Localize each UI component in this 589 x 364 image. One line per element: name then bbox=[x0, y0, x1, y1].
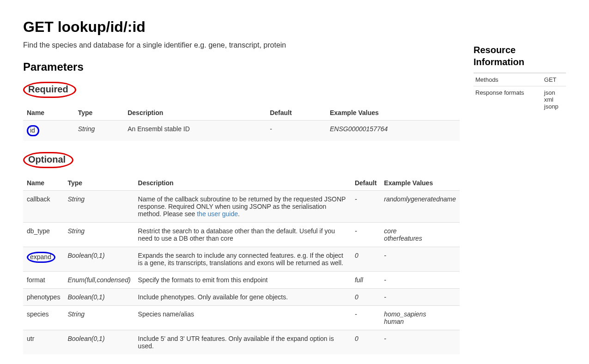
param-name-cell: species bbox=[23, 306, 64, 330]
param-example-cell: - bbox=[380, 289, 460, 306]
param-description-cell: Specify the formats to emit from this en… bbox=[134, 272, 351, 289]
param-example-cell: - bbox=[380, 330, 460, 355]
table-row: speciesStringSpecies name/alias-homo_sap… bbox=[23, 306, 460, 330]
param-name-cell: id bbox=[23, 121, 74, 141]
param-description-cell: Include 5' and 3' UTR features. Only ava… bbox=[134, 330, 351, 355]
param-description-cell: Name of the callback subroutine to be re… bbox=[134, 191, 351, 223]
resource-info-label: Response formats bbox=[474, 86, 542, 113]
table-header-cell: Default bbox=[351, 176, 380, 191]
table-header-cell: Name bbox=[23, 105, 74, 121]
resource-info-value: json xml jsonp bbox=[542, 86, 566, 113]
param-default-cell: full bbox=[351, 272, 380, 289]
resource-info-label: Methods bbox=[474, 73, 542, 86]
param-description-cell: Include phenotypes. Only available for g… bbox=[134, 289, 351, 306]
param-default-cell: 0 bbox=[351, 289, 380, 306]
resource-info-row: Response formatsjson xml jsonp bbox=[474, 86, 566, 113]
table-header-cell: Type bbox=[64, 176, 134, 191]
optional-heading: Optional bbox=[23, 152, 73, 168]
param-example-cell: core otherfeatures bbox=[380, 223, 460, 247]
param-default-cell: 0 bbox=[351, 330, 380, 355]
parameters-heading: Parameters bbox=[23, 61, 460, 73]
param-default-cell: 0 bbox=[351, 247, 380, 272]
page-subtitle: Find the species and database for a sing… bbox=[23, 41, 460, 49]
resource-info-table: MethodsGETResponse formatsjson xml jsonp bbox=[474, 73, 566, 113]
param-name-cell: db_type bbox=[23, 223, 64, 247]
param-example-cell: ENSG00000157764 bbox=[326, 121, 460, 141]
param-type-cell: String bbox=[64, 223, 134, 247]
param-type-cell: String bbox=[64, 191, 134, 223]
table-header-cell: Default bbox=[266, 105, 326, 121]
table-header-cell: Type bbox=[74, 105, 124, 121]
page-title: GET lookup/id/:id bbox=[23, 18, 460, 36]
param-example-cell: - bbox=[380, 247, 460, 272]
table-header-cell: Description bbox=[134, 176, 351, 191]
required-heading: Required bbox=[23, 82, 76, 98]
resource-info-value: GET bbox=[542, 73, 566, 86]
param-name-cell: utr bbox=[23, 330, 64, 355]
table-row: utrBoolean(0,1)Include 5' and 3' UTR fea… bbox=[23, 330, 460, 355]
resource-info-row: MethodsGET bbox=[474, 73, 566, 86]
table-row: callbackStringName of the callback subro… bbox=[23, 191, 460, 223]
param-name-cell: callback bbox=[23, 191, 64, 223]
param-description-cell: Restrict the search to a database other … bbox=[134, 223, 351, 247]
table-row: formatEnum(full,condensed)Specify the fo… bbox=[23, 272, 460, 289]
required-table: NameTypeDescriptionDefaultExample Values… bbox=[23, 105, 460, 141]
param-type-cell: String bbox=[74, 121, 124, 141]
param-default-cell: - bbox=[351, 306, 380, 330]
param-example-cell: homo_sapiens human bbox=[380, 306, 460, 330]
table-header-cell: Example Values bbox=[380, 176, 460, 191]
param-default-cell: - bbox=[266, 121, 326, 141]
param-description-cell: Species name/alias bbox=[134, 306, 351, 330]
param-example-cell: randomlygeneratedname bbox=[380, 191, 460, 223]
table-row: db_typeStringRestrict the search to a da… bbox=[23, 223, 460, 247]
param-name-cell: phenotypes bbox=[23, 289, 64, 306]
param-name-cell: expand bbox=[23, 247, 64, 272]
resource-info-heading: Resource Information bbox=[474, 44, 566, 68]
param-default-cell: - bbox=[351, 223, 380, 247]
optional-table: NameTypeDescriptionDefaultExample Values… bbox=[23, 176, 460, 354]
table-header-cell: Example Values bbox=[326, 105, 460, 121]
param-type-cell: Boolean(0,1) bbox=[64, 330, 134, 355]
param-type-cell: Boolean(0,1) bbox=[64, 289, 134, 306]
param-example-cell: - bbox=[380, 272, 460, 289]
user-guide-link[interactable]: the user guide bbox=[197, 210, 238, 218]
param-default-cell: - bbox=[351, 191, 380, 223]
param-type-cell: Boolean(0,1) bbox=[64, 247, 134, 272]
param-type-cell: Enum(full,condensed) bbox=[64, 272, 134, 289]
table-row: phenotypesBoolean(0,1)Include phenotypes… bbox=[23, 289, 460, 306]
table-header-cell: Description bbox=[124, 105, 266, 121]
param-description-cell: An Ensembl stable ID bbox=[124, 121, 266, 141]
table-row: expandBoolean(0,1)Expands the search to … bbox=[23, 247, 460, 272]
param-name-cell: format bbox=[23, 272, 64, 289]
param-description-cell: Expands the search to include any connec… bbox=[134, 247, 351, 272]
param-type-cell: String bbox=[64, 306, 134, 330]
table-header-cell: Name bbox=[23, 176, 64, 191]
table-row: idStringAn Ensembl stable ID-ENSG0000015… bbox=[23, 121, 460, 141]
